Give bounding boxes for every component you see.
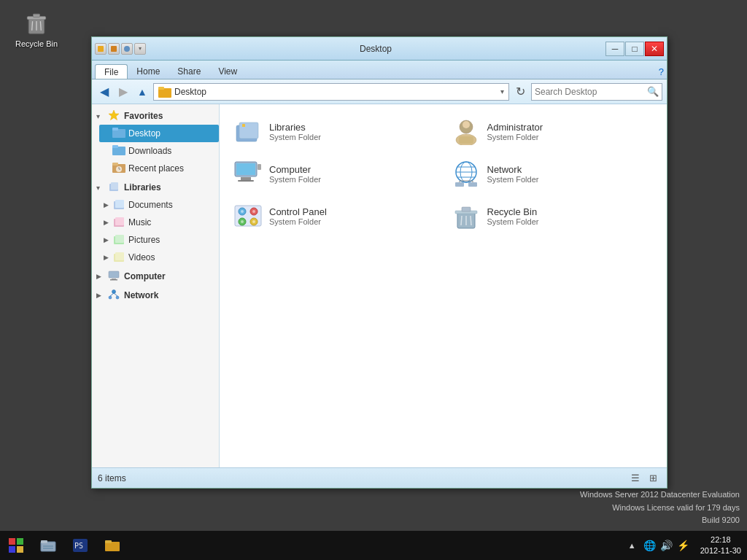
file-explorer-taskbar-btn[interactable] (32, 532, 64, 559)
recent-places-icon (112, 162, 125, 175)
powershell-taskbar-btn[interactable]: PS (64, 532, 96, 559)
recycle-bin-desktop-icon[interactable]: Recycle Bin (11, 7, 62, 48)
taskbar-right: ▲ 🌐 🔊 ⚡ 22:18 2012-11-30 (626, 531, 747, 560)
file-item-computer[interactable]: Computer System Folder (227, 154, 442, 193)
desktop-folder-icon (112, 127, 125, 140)
administrator-file-info: Administrator System Folder (487, 122, 654, 141)
svg-point-34 (112, 290, 116, 294)
recycle-bin-file-name: Recycle Bin (487, 206, 654, 217)
forward-button[interactable]: ▶ (115, 84, 131, 100)
computer-expand-icon: ▶ (96, 273, 105, 280)
sidebar-item-pictures[interactable]: ▶ Pictures (99, 231, 219, 249)
file-item-network[interactable]: Network System Folder (445, 154, 660, 193)
folder-taskbar-btn[interactable] (96, 532, 128, 559)
address-dropdown-btn[interactable]: ▾ (500, 88, 504, 96)
computer-file-icon (233, 158, 263, 189)
music-label: Music (128, 217, 151, 228)
minimize-button[interactable]: ─ (605, 42, 624, 56)
details-view-button[interactable]: ☰ (627, 471, 643, 486)
network-header[interactable]: ▶ Network (92, 287, 219, 304)
svg-point-35 (109, 296, 112, 299)
window-controls: ─ □ ✕ (605, 42, 664, 56)
svg-line-37 (110, 293, 114, 296)
close-button[interactable]: ✕ (645, 42, 664, 56)
tab-share[interactable]: Share (169, 64, 209, 79)
sidebar-item-music[interactable]: ▶ Music (99, 214, 219, 231)
pictures-label: Pictures (128, 235, 160, 245)
watermark-line3: Build 9200 (580, 514, 740, 527)
refresh-button[interactable]: ↻ (512, 84, 528, 100)
watermark-line1: Windows Server 2012 Datacenter Evaluatio… (580, 489, 740, 502)
sidebar-item-documents[interactable]: ▶ Documents (99, 196, 219, 214)
favorites-header[interactable]: ▾ Favorites (92, 107, 219, 125)
svg-rect-48 (241, 177, 251, 180)
sidebar-item-videos[interactable]: ▶ Videos (99, 249, 219, 266)
favorites-label: Favorites (124, 111, 163, 121)
svg-marker-11 (109, 110, 119, 120)
file-item-libraries[interactable]: Libraries System Folder (227, 112, 442, 151)
tab-home[interactable]: Home (128, 64, 169, 79)
libraries-icon (108, 181, 121, 194)
svg-rect-81 (41, 540, 47, 543)
computer-file-info: Computer System Folder (269, 164, 436, 184)
search-button[interactable]: 🔍 (647, 86, 659, 97)
large-icon-view-button[interactable]: ⊞ (645, 471, 661, 486)
recycle-bin-icon (22, 7, 51, 36)
libraries-file-icon (233, 116, 263, 147)
file-item-administrator[interactable]: Administrator System Folder (445, 112, 660, 151)
window-title: Desktop (146, 44, 605, 54)
volume-tray-icon[interactable]: 🔊 (658, 540, 675, 551)
svg-line-3 (32, 21, 33, 31)
administrator-file-icon (451, 116, 481, 147)
search-input[interactable] (535, 87, 647, 97)
recycle-bin-label: Recycle Bin (15, 39, 58, 48)
computer-icon (108, 270, 121, 283)
favorites-expand-icon: ▾ (96, 112, 105, 120)
pictures-expand: ▶ (104, 236, 112, 244)
libraries-expand-icon: ▾ (96, 184, 105, 192)
up-button[interactable]: ▲ (134, 84, 150, 100)
svg-point-68 (241, 220, 244, 223)
network-file-name: Network (487, 164, 654, 175)
help-button[interactable]: ? (659, 66, 664, 79)
sidebar-item-downloads[interactable]: Downloads (99, 142, 219, 160)
recycle-bin-file-icon (451, 201, 481, 231)
network-expand-icon: ▶ (96, 292, 105, 299)
computer-header[interactable]: ▶ Computer (92, 268, 219, 285)
start-button[interactable] (0, 532, 32, 559)
quick-access-btn2[interactable] (108, 43, 120, 55)
address-text: Desktop (174, 87, 206, 97)
tab-file[interactable]: File (95, 64, 128, 79)
videos-expand: ▶ (104, 254, 112, 261)
svg-rect-40 (239, 122, 258, 139)
svg-rect-78 (9, 546, 15, 553)
file-item-recycle-bin[interactable]: Recycle Bin System Folder (445, 196, 660, 236)
tab-view[interactable]: View (209, 64, 246, 79)
clock[interactable]: 22:18 2012-11-30 (694, 534, 747, 557)
quick-access-btn3[interactable] (121, 43, 133, 55)
quick-access-btn1[interactable] (95, 43, 107, 55)
maximize-button[interactable]: □ (625, 42, 644, 56)
svg-rect-79 (17, 546, 23, 553)
address-bar[interactable]: Desktop ▾ (153, 83, 509, 101)
back-button[interactable]: ◀ (96, 84, 112, 100)
quick-access-dropdown[interactable]: ▾ (134, 43, 146, 55)
libraries-label: Libraries (124, 182, 161, 192)
system-tray-expand[interactable]: ▲ (626, 541, 638, 550)
favorites-section: ▾ Favorites (92, 107, 219, 177)
libraries-header[interactable]: ▾ Libraries (92, 179, 219, 196)
videos-label: Videos (128, 252, 155, 262)
watermark-line2: Windows License valid for 179 days (580, 502, 740, 515)
title-bar-left: ▾ (95, 43, 146, 55)
file-item-control-panel[interactable]: Control Panel System Folder (227, 196, 442, 236)
sidebar-item-recent[interactable]: Recent places (99, 160, 219, 177)
status-bar: 6 items ☰ ⊞ (92, 467, 667, 488)
svg-rect-76 (9, 538, 15, 545)
status-count: 6 items (98, 473, 627, 483)
svg-line-73 (461, 216, 462, 225)
network-tray-icon[interactable]: 🌐 (641, 540, 658, 551)
sidebar-item-desktop[interactable]: Desktop (99, 125, 219, 142)
svg-rect-7 (111, 46, 117, 52)
computer-section: ▶ Computer (92, 268, 219, 285)
power-tray-icon[interactable]: ⚡ (675, 540, 692, 551)
